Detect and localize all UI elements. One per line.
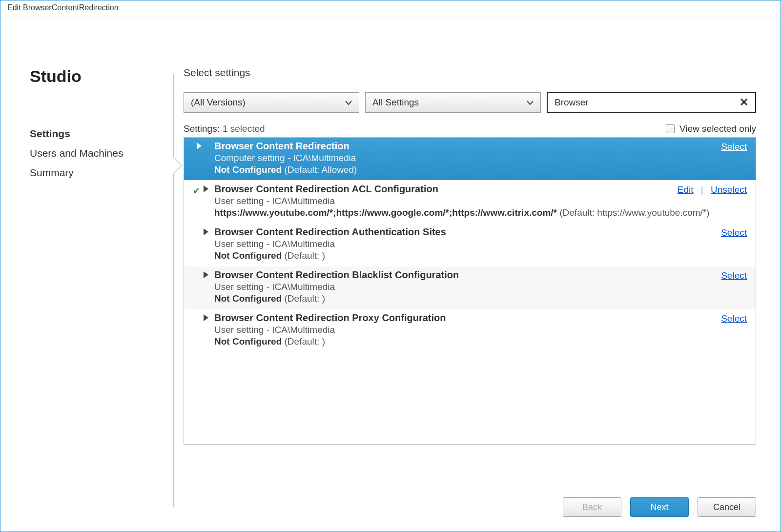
expand-icon[interactable]: [204, 185, 208, 192]
setting-title: Browser Content Redirection Authenticati…: [214, 226, 748, 238]
sidebar-item-settings[interactable]: Settings: [30, 124, 174, 143]
setting-scope: User setting - ICA\Multimedia: [214, 196, 748, 206]
settings-count-value: 1 selected: [223, 123, 265, 134]
clear-search-icon[interactable]: ✕: [738, 96, 750, 109]
select-link[interactable]: Select: [721, 227, 747, 238]
setting-row[interactable]: Browser Content Redirection Proxy Config…: [184, 309, 756, 352]
setting-title: Browser Content Redirection ACL Configur…: [214, 184, 748, 195]
versions-dropdown[interactable]: (All Versions): [184, 92, 359, 113]
setting-title: Browser Content Redirection Blacklist Co…: [214, 269, 748, 281]
chevron-down-icon: [345, 97, 352, 108]
check-icon: ✔: [193, 185, 200, 196]
window-body: Studio Settings Users and Machines Summa…: [0, 18, 781, 532]
expand-icon[interactable]: [204, 228, 208, 235]
setting-value: https://www.youtube.com/*;https://www.go…: [214, 207, 748, 218]
versions-dropdown-value: (All Versions): [191, 97, 246, 108]
next-button[interactable]: Next: [630, 497, 689, 517]
setting-row[interactable]: ✔ Browser Content Redirection ACL Config…: [184, 181, 756, 224]
row-actions: Select: [721, 142, 747, 152]
select-link[interactable]: Select: [721, 270, 747, 281]
setting-row[interactable]: Browser Content Redirection Blacklist Co…: [184, 266, 756, 309]
setting-scope: Computer setting - ICA\Multimedia: [214, 153, 748, 164]
cancel-button[interactable]: Cancel: [698, 497, 756, 517]
expand-icon[interactable]: [204, 271, 208, 278]
setting-scope: User setting - ICA\Multimedia: [214, 325, 748, 335]
setting-state: Not Configured (Default: ): [214, 293, 748, 304]
view-selected-only-label: View selected only: [679, 123, 756, 134]
main-panel: Select settings (All Versions) All Setti…: [174, 18, 781, 532]
checkbox-icon: [666, 124, 675, 133]
back-button[interactable]: Back: [563, 497, 621, 517]
setting-scope: User setting - ICA\Multimedia: [214, 239, 748, 249]
select-link[interactable]: Select: [721, 313, 747, 324]
sidebar-divider: [173, 74, 174, 507]
unselect-link[interactable]: Unselect: [711, 184, 747, 195]
select-link[interactable]: Select: [721, 142, 747, 152]
settings-scope-dropdown-value: All Settings: [372, 97, 419, 108]
search-box[interactable]: ✕: [547, 92, 756, 113]
row-actions: Select: [721, 270, 747, 281]
expand-icon[interactable]: [197, 143, 202, 149]
status-row: Settings: 1 selected View selected only: [184, 123, 756, 134]
window-title: Edit BrowserContentRedirection: [0, 0, 781, 18]
settings-scope-dropdown[interactable]: All Settings: [365, 92, 541, 113]
setting-state: Not Configured (Default: ): [214, 250, 748, 261]
settings-list: Browser Content Redirection Computer set…: [184, 137, 756, 445]
sidebar-item-users-machines[interactable]: Users and Machines: [30, 143, 174, 163]
setting-scope: User setting - ICA\Multimedia: [214, 282, 748, 292]
row-actions: Edit | Unselect: [678, 184, 747, 195]
chevron-down-icon: [527, 97, 534, 108]
sidebar: Studio Settings Users and Machines Summa…: [0, 18, 174, 532]
setting-state: Not Configured (Default: Allowed): [214, 164, 748, 175]
action-separator: |: [701, 184, 703, 195]
row-actions: Select: [721, 313, 747, 324]
search-input[interactable]: [555, 97, 738, 108]
view-selected-only-checkbox[interactable]: View selected only: [666, 123, 756, 134]
section-label: Select settings: [184, 67, 756, 79]
setting-title: Browser Content Redirection Proxy Config…: [214, 312, 748, 324]
filter-row: (All Versions) All Settings ✕: [184, 92, 756, 113]
wizard-footer: Back Next Cancel: [184, 483, 756, 517]
setting-row[interactable]: Browser Content Redirection Computer set…: [184, 138, 756, 181]
expand-icon[interactable]: [204, 314, 208, 321]
brand-title: Studio: [30, 67, 174, 86]
sidebar-item-summary[interactable]: Summary: [30, 163, 174, 183]
settings-count-label: Settings:: [184, 123, 220, 134]
setting-state: Not Configured (Default: ): [214, 336, 748, 347]
window: Edit BrowserContentRedirection Studio Se…: [0, 0, 781, 532]
row-actions: Select: [721, 227, 747, 238]
setting-row[interactable]: Browser Content Redirection Authenticati…: [184, 224, 756, 266]
setting-title: Browser Content Redirection: [214, 141, 748, 152]
edit-link[interactable]: Edit: [678, 184, 694, 195]
